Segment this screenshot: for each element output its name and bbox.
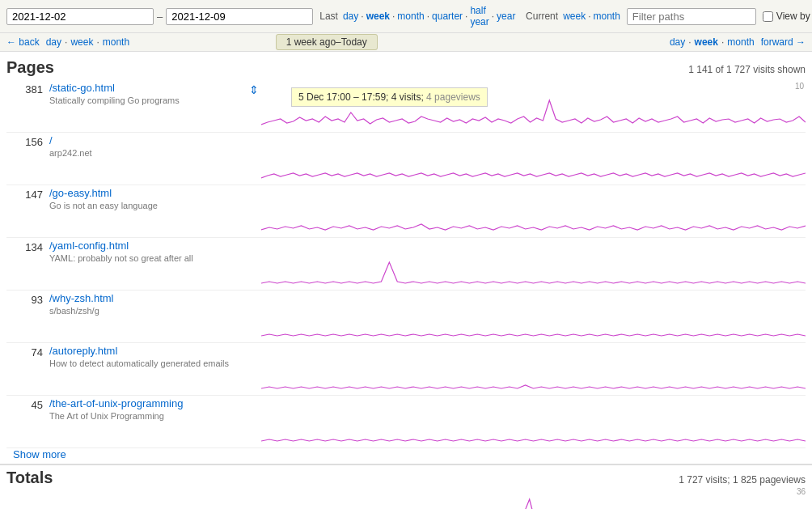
sparkline-1 — [261, 88, 806, 129]
nav-center: 1 week ago–Today — [276, 36, 378, 48]
page-info: /the-art-of-unix-programming The Art of … — [43, 397, 261, 422]
totals-title: Totals — [6, 469, 53, 487]
visits-shown: 1 141 of 1 727 visits shown — [688, 64, 806, 75]
last-week-link[interactable]: week — [366, 11, 390, 22]
page-subtitle: YAML: probably not so great after all — [49, 253, 193, 263]
view-by-day-label: View by day — [776, 11, 812, 22]
page-link[interactable]: /go-easy.html — [49, 187, 112, 199]
table-row: 134 /yaml-config.html YAML: probably not… — [6, 238, 806, 291]
chart-area — [261, 240, 806, 288]
table-row: 147 /go-easy.html Go is not an easy lang… — [6, 185, 806, 238]
sparkline-3 — [261, 193, 806, 234]
sparkline-6 — [261, 351, 806, 392]
current-label: Current — [526, 11, 558, 22]
last-year-link[interactable]: year — [497, 11, 515, 22]
totals-stats: 1 727 visits; 1 825 pageviews — [679, 474, 806, 486]
top-bar: – Last day · week · month · quarter · ha… — [0, 0, 812, 33]
period-pill: 1 week ago–Today — [276, 34, 378, 50]
page-count: 147 — [6, 187, 43, 201]
back-week-link[interactable]: week — [70, 36, 93, 48]
page-info: /static-go.html Statically compiling Go … — [43, 82, 261, 106]
page-count: 74 — [6, 345, 43, 358]
page-info: /yaml-config.html YAML: probably not so … — [43, 240, 261, 264]
chart-area — [261, 345, 806, 393]
page-info: / arp242.net — [43, 134, 261, 159]
date-separator: – — [157, 11, 163, 23]
page-count: 45 — [6, 397, 43, 411]
fwd-day-link[interactable]: day — [670, 36, 685, 48]
filter-paths-input[interactable] — [627, 8, 756, 25]
totals-section: Totals 1 727 visits; 1 825 pageviews 36 — [0, 464, 812, 509]
view-by-day-checkbox[interactable] — [763, 11, 773, 22]
page-link[interactable]: /static-go.html — [49, 82, 115, 94]
visit-count: 1 141 — [688, 64, 713, 75]
page-info: /go-easy.html Go is not an easy language — [43, 187, 261, 211]
last-month-link[interactable]: month — [397, 11, 424, 22]
view-by-day-container: View by day — [763, 11, 812, 22]
page-link[interactable]: / — [49, 134, 53, 146]
page-subtitle: Go is not an easy language — [49, 201, 158, 210]
pages-section: Pages 1 141 of 1 727 visits shown 5 Dec … — [0, 52, 812, 460]
totals-scale: 36 — [797, 487, 806, 496]
date-range: – — [6, 8, 313, 25]
page-link[interactable]: /autoreply.html — [49, 345, 117, 357]
chart-area — [261, 134, 806, 183]
fwd-month-link[interactable]: month — [727, 36, 754, 48]
nav-bar: ← back day · week · month 1 week ago–Tod… — [0, 33, 812, 52]
table-row: 45 /the-art-of-unix-programming The Art … — [6, 396, 806, 448]
chart-area — [261, 187, 806, 235]
page-count: 93 — [6, 292, 43, 306]
chart-area — [261, 292, 806, 341]
page-count: 134 — [6, 240, 43, 253]
table-row: 381 /static-go.html Statically compiling… — [6, 80, 806, 133]
page-info: /autoreply.html How to detect automatica… — [43, 345, 261, 369]
nav-left: ← back day · week · month — [6, 36, 129, 48]
page-link[interactable]: /why-zsh.html — [49, 292, 113, 304]
table-row: 74 /autoreply.html How to detect automat… — [6, 343, 806, 396]
chart-scale: 10 — [795, 82, 806, 91]
page-link[interactable]: /the-art-of-unix-programming — [49, 397, 183, 409]
page-info: /why-zsh.html s/bash/zsh/g — [43, 292, 261, 316]
last-quarter-link[interactable]: quarter — [432, 11, 463, 22]
back-month-link[interactable]: month — [103, 36, 129, 48]
page-subtitle: The Art of Unix Programming — [49, 411, 164, 421]
current-week-link[interactable]: week — [563, 11, 586, 22]
current-month-link[interactable]: month — [593, 11, 620, 22]
forward-link[interactable]: forward → — [761, 36, 806, 48]
back-day-link[interactable]: day — [46, 36, 61, 48]
chart-area: 10 — [261, 82, 806, 130]
totals-sparkline — [6, 487, 806, 509]
period-links: Last day · week · month · quarter · half… — [319, 5, 620, 28]
page-subtitle: Statically compiling Go programs — [49, 95, 180, 105]
pages-header: Pages 1 141 of 1 727 visits shown — [6, 58, 806, 77]
date-start-input[interactable] — [6, 8, 154, 25]
totals-header: Totals 1 727 visits; 1 825 pageviews — [6, 469, 806, 487]
chart-area — [261, 397, 806, 446]
page-count: 156 — [6, 134, 43, 148]
page-subtitle: s/bash/zsh/g — [49, 306, 99, 316]
sort-icon[interactable]: ⇕ — [249, 83, 259, 96]
fwd-week-link[interactable]: week — [695, 36, 718, 48]
page-count: 381 — [6, 82, 43, 95]
sparkline-4 — [261, 246, 806, 286]
page-subtitle: How to detect automatically generated em… — [49, 358, 229, 368]
page-link[interactable]: /yaml-config.html — [49, 240, 129, 252]
last-halfyear-link[interactable]: half year — [470, 5, 488, 28]
sparkline-7 — [261, 404, 806, 444]
page-subtitle: arp242.net — [49, 148, 92, 158]
table-row: 93 /why-zsh.html s/bash/zsh/g — [6, 291, 806, 343]
visits-shown-label: of 1 727 visits shown — [716, 64, 806, 75]
date-end-input[interactable] — [166, 8, 313, 25]
back-link[interactable]: ← back — [6, 36, 40, 48]
nav-right: day · week · month forward → — [670, 36, 806, 48]
sparkline-5 — [261, 299, 806, 339]
totals-chart: 36 — [6, 487, 806, 509]
pages-title: Pages — [6, 58, 54, 77]
last-day-link[interactable]: day — [343, 11, 358, 22]
sparkline-2 — [261, 141, 806, 181]
last-label: Last — [319, 11, 338, 22]
table-row: 156 / arp242.net — [6, 133, 806, 185]
